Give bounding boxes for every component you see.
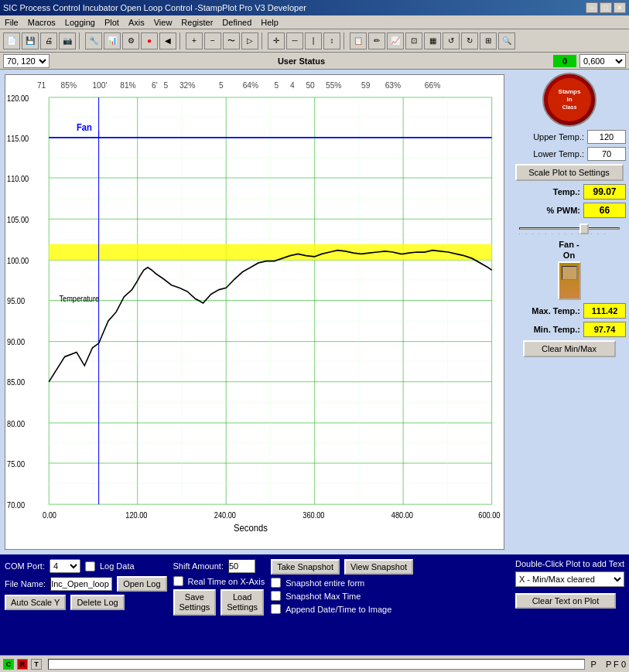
scale-plot-button[interactable]: Scale Plot to Settings [515,164,624,181]
real-time-checkbox[interactable] [173,576,183,586]
svg-text:0.00: 0.00 [43,510,56,520]
toolbar-btn-chart[interactable]: 📈 [387,32,404,49]
svg-text:85%: 85% [61,80,77,90]
take-snapshot-button[interactable]: Take Snapshot [271,559,340,575]
pwm-display-value: 66 [583,203,626,218]
toolbar-btn-15[interactable]: 🔍 [498,32,515,49]
toolbar-btn-h[interactable]: ─ [286,32,303,49]
svg-text:110.00: 110.00 [7,174,29,183]
toolbar-btn-minus[interactable]: − [204,32,221,49]
snapshot-form-label: Snapshot entire form [285,578,364,588]
chart-svg: 71 85% 100' 81% 6' 5 32% 5 64% 5 4 50 55… [5,75,504,549]
pwm-display-label: % PWM: [512,206,580,215]
toolbar-btn-8[interactable]: ● [141,32,158,49]
close-button[interactable]: ✕ [614,2,626,13]
menu-plot[interactable]: Plot [103,18,121,27]
com-port-row: COM Port: 4 Log Data [5,559,167,573]
svg-text:480.00: 480.00 [391,510,414,520]
svg-text:600.00: 600.00 [478,510,501,520]
toolbar-btn-2[interactable]: 💾 [22,32,39,49]
toolbar-btn-13[interactable]: ↻ [461,32,478,49]
window-controls: − □ ✕ [586,2,626,13]
append-date-label: Append Date/Time to Image [285,605,391,614]
slider-dots: · · · · · · · · · · · · · · [519,230,620,237]
toolbar-sep-2 [179,32,183,49]
t-status-label: T [34,660,39,668]
clear-text-button[interactable]: Clear Text on Plot [515,593,616,609]
fan-switch[interactable] [558,261,581,300]
toolbar-btn-back[interactable]: ◀ [159,32,176,49]
view-snapshot-button[interactable]: View Snapshot [344,559,413,575]
menu-macros[interactable]: Macros [26,18,57,27]
status-progress [48,659,585,670]
open-log-button[interactable]: Open Log [117,576,166,592]
svg-text:Stamps: Stamps [558,88,580,95]
toolbar-btn-wave[interactable]: 〜 [223,32,240,49]
com-port-dropdown[interactable]: 4 [50,559,80,573]
svg-text:115.00: 115.00 [7,134,29,143]
toolbar-btn-pen[interactable]: ✏ [368,32,385,49]
status-value: 0 [553,55,576,67]
snapshot-form-checkbox[interactable] [271,578,281,588]
menu-file[interactable]: File [3,18,20,27]
auto-scale-button[interactable]: Auto Scale Y [5,595,66,610]
svg-text:80.00: 80.00 [7,419,26,428]
svg-text:32%: 32% [179,80,196,90]
chart-area[interactable]: 71 85% 100' 81% 6' 5 32% 5 64% 5 4 50 55… [5,74,504,550]
toolbar-btn-10[interactable]: ⊡ [405,32,422,49]
append-date-checkbox[interactable] [271,604,281,614]
maximize-button[interactable]: □ [600,2,612,13]
toolbar-btn-tri[interactable]: ▷ [241,32,258,49]
toolbar-btn-14[interactable]: ⊞ [480,32,497,49]
toolbar: 📄 💾 🖨 📷 🔧 📊 ⚙ ● ◀ + − 〜 ▷ ✛ ─ | ↕ 📋 ✏ 📈 … [0,29,629,53]
minimize-button[interactable]: − [586,2,598,13]
toolbar-btn-9[interactable]: ↕ [323,32,340,49]
speed-dropdown[interactable]: 0,600 [579,54,626,68]
pwm-slider[interactable]: · · · · · · · · · · · · · · [519,221,620,237]
toolbar-btn-11[interactable]: ▦ [424,32,441,49]
range-dropdown[interactable]: 70, 120 [3,54,50,68]
menu-register[interactable]: Register [179,18,214,27]
svg-text:59: 59 [361,80,370,90]
max-temp-value: 111.42 [583,303,626,319]
toolbar-btn-6[interactable]: 📊 [104,32,121,49]
toolbar-btn-cross[interactable]: ✛ [268,32,285,49]
temp-display-value: 99.07 [583,184,626,200]
menu-defined[interactable]: Defined [220,18,253,27]
slider-track [519,227,620,230]
load-settings-button[interactable]: LoadSettings [220,589,264,616]
file-name-row: File Name: Open Log [5,576,167,592]
port-status: P [591,660,597,669]
log-data-checkbox[interactable] [85,561,95,571]
menu-logging[interactable]: Logging [63,18,97,27]
c-status-label: C [6,660,12,668]
toolbar-btn-12[interactable]: ↺ [443,32,460,49]
file-name-input[interactable] [50,577,112,591]
svg-text:in: in [566,96,572,103]
menu-view[interactable]: View [152,18,174,27]
clear-minmax-button[interactable]: Clear Min/Max [523,340,616,357]
toolbar-btn-doc[interactable]: 📋 [350,32,367,49]
min-temp-row: Min. Temp.: 97.74 [512,322,626,337]
svg-text:105.00: 105.00 [7,215,29,224]
toolbar-btn-1[interactable]: 📄 [3,32,20,49]
toolbar-btn-v[interactable]: | [305,32,322,49]
shift-input[interactable] [228,559,255,573]
menu-help[interactable]: Help [259,18,280,27]
toolbar-btn-4[interactable]: 📷 [59,32,76,49]
svg-text:Temperature: Temperature [60,294,100,303]
toolbar-btn-7[interactable]: ⚙ [122,32,139,49]
toolbar-btn-3[interactable]: 🖨 [40,32,57,49]
lower-temp-input[interactable] [587,147,626,161]
toolbar-btn-plus[interactable]: + [186,32,203,49]
snapshot-max-checkbox[interactable] [271,591,281,601]
menu-axis[interactable]: Axis [127,18,146,27]
svg-text:75.00: 75.00 [7,459,26,469]
upper-temp-input[interactable] [587,130,626,144]
text-dropdown[interactable]: X - Min/Max cleared [515,571,624,587]
app-logo: Stamps in Class [542,73,597,127]
delete-log-button[interactable]: Delete Log [70,595,124,610]
toolbar-btn-5[interactable]: 🔧 [85,32,102,49]
svg-text:71: 71 [37,80,46,90]
save-settings-button[interactable]: SaveSettings [173,589,217,616]
